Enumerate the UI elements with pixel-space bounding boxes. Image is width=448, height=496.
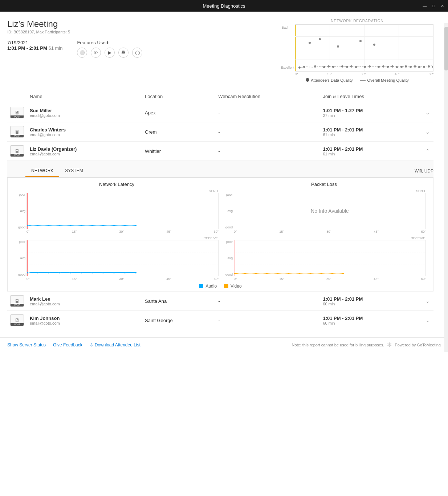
- give-feedback-link[interactable]: Give Feedback: [53, 342, 82, 347]
- attendees-table: Name Location Webcam Resolution Join & L…: [7, 90, 433, 330]
- svg-point-41: [135, 225, 137, 226]
- svg-point-49: [91, 272, 93, 273]
- svg-point-15: [368, 65, 371, 68]
- footer: Show Server Status Give Feedback ⇩ Downl…: [0, 337, 448, 352]
- tab-network[interactable]: NETWORK: [25, 165, 59, 177]
- attendee-join-leave: 1:01 PM - 2:01 PM: [323, 316, 420, 321]
- packet-loss-panel: Packet Loss SEND poor avg: [222, 182, 426, 281]
- table-row: 🖥 VOIP Liz Davis (Organizer) email@goto.…: [7, 142, 433, 161]
- screen-share-icon: 🖶: [118, 48, 129, 58]
- footer-note: Note: this report cannot be used for bil…: [292, 343, 384, 347]
- receive-label-packet: RECEIVE: [222, 236, 426, 240]
- attendee-webcam: -: [215, 311, 320, 330]
- svg-point-18: [382, 65, 384, 68]
- svg-point-31: [27, 225, 28, 226]
- svg-point-21: [396, 66, 398, 68]
- svg-point-14: [364, 66, 366, 68]
- scrollbar-thumb[interactable]: [444, 27, 448, 70]
- col-name-header: Name: [27, 90, 142, 103]
- svg-point-35: [70, 225, 71, 226]
- chart-legend: Attendee's Data Quality Overall Meeting …: [281, 78, 433, 82]
- svg-point-52: [124, 272, 126, 273]
- svg-point-43: [27, 272, 28, 273]
- svg-point-19: [387, 66, 389, 68]
- send-label: SEND: [15, 189, 219, 193]
- video-legend-label: Video: [231, 284, 241, 289]
- svg-point-40: [124, 225, 126, 226]
- svg-point-53: [135, 272, 137, 273]
- attendee-join-leave: 1:01 PM - 1:27 PM: [323, 108, 420, 113]
- device-icon: 🖥 VOIP: [10, 145, 24, 157]
- footer-right: Note: this report cannot be used for bil…: [292, 341, 441, 348]
- maximize-button[interactable]: □: [431, 3, 436, 9]
- col-webcam-header: Webcam Resolution: [215, 90, 320, 103]
- svg-point-1: [303, 66, 305, 68]
- receive-label-latency: RECEIVE: [15, 236, 219, 240]
- packet-loss-title: Packet Loss: [222, 182, 426, 187]
- svg-point-5: [323, 66, 325, 68]
- titlebar-title: Meeting Diagnostics: [203, 3, 245, 9]
- svg-point-62: [310, 273, 311, 274]
- attendee-duration: 61 min: [323, 152, 420, 156]
- device-icon: 🖥 VOIP: [10, 126, 24, 138]
- tab-system[interactable]: SYSTEM: [59, 165, 89, 177]
- svg-point-7: [332, 66, 334, 68]
- col-icon: [7, 90, 27, 103]
- svg-point-25: [414, 65, 416, 68]
- features-icons-row: ⚪ ✆ ▶ 🖶 ◯: [77, 48, 142, 58]
- svg-point-57: [255, 273, 257, 274]
- svg-point-61: [299, 273, 300, 274]
- attendee-name: Liz Davis (Organizer): [30, 146, 139, 152]
- attendee-name: Mark Lee: [30, 296, 139, 302]
- table-row: 🖥 VOIP Charles Winters email@goto.com Or…: [7, 122, 433, 142]
- y-avg: avg: [15, 209, 25, 213]
- attendee-webcam: -: [215, 142, 320, 161]
- svg-point-50: [102, 272, 104, 273]
- attendee-location: Orem: [142, 122, 215, 142]
- attendees-section: Name Location Webcam Resolution Join & L…: [7, 90, 433, 330]
- svg-point-45: [48, 272, 49, 273]
- svg-point-48: [81, 272, 82, 273]
- video-legend: Video: [224, 284, 241, 289]
- expand-chevron[interactable]: ⌄: [425, 317, 430, 323]
- svg-point-59: [277, 273, 278, 274]
- attendee-email: email@goto.com: [30, 302, 139, 306]
- scrollbar-track[interactable]: [444, 23, 448, 352]
- titlebar-controls: — □ ✕: [422, 3, 445, 9]
- expand-chevron[interactable]: ⌄: [425, 298, 430, 304]
- goto-logo-icon: ✻: [387, 341, 392, 348]
- attendee-duration: 60 min: [323, 321, 420, 325]
- svg-point-64: [331, 273, 333, 274]
- svg-point-39: [113, 225, 115, 226]
- svg-point-20: [391, 65, 394, 68]
- y-poor: poor: [15, 193, 25, 196]
- attendee-location: Saint George: [142, 311, 215, 330]
- close-button[interactable]: ✕: [439, 3, 445, 9]
- expand-chevron[interactable]: ⌄: [425, 110, 430, 115]
- meeting-date: 7/19/2021: [7, 40, 62, 45]
- minimize-button[interactable]: —: [422, 3, 428, 9]
- show-server-status-link[interactable]: Show Server Status: [7, 342, 46, 347]
- download-attendee-list-link[interactable]: ⇩ Download Attendee List: [90, 342, 140, 347]
- audio-legend: Audio: [199, 284, 217, 289]
- svg-point-11: [350, 65, 353, 68]
- meeting-title: Liz's Meeting: [7, 19, 142, 29]
- table-row: 🖥 VOIP Sue Miller email@goto.com Apex - …: [7, 103, 433, 122]
- degradation-chart-area: [295, 24, 433, 72]
- y-good: good: [15, 225, 25, 229]
- table-row: 🖥 VOIP Kim Johnson email@goto.com Saint …: [7, 311, 433, 330]
- svg-point-32: [37, 225, 38, 226]
- expand-chevron[interactable]: ⌄: [425, 129, 430, 135]
- col-location-header: Location: [142, 90, 215, 103]
- send-label-packet: SEND: [222, 189, 426, 193]
- phone-icon: ✆: [91, 48, 101, 58]
- svg-point-34: [59, 225, 60, 226]
- collapse-chevron[interactable]: ⌃: [425, 148, 430, 154]
- svg-point-6: [327, 65, 330, 68]
- audio-legend-color: [199, 284, 203, 288]
- device-icon: 🖥 VOIP: [10, 295, 24, 307]
- chart-y-bad: Bad: [282, 26, 288, 29]
- no-info-label: No Info Available: [311, 208, 349, 214]
- network-degradation-chart: NETWORK DEGRADATION Bad Excellent: [281, 19, 433, 82]
- svg-point-44: [37, 272, 38, 273]
